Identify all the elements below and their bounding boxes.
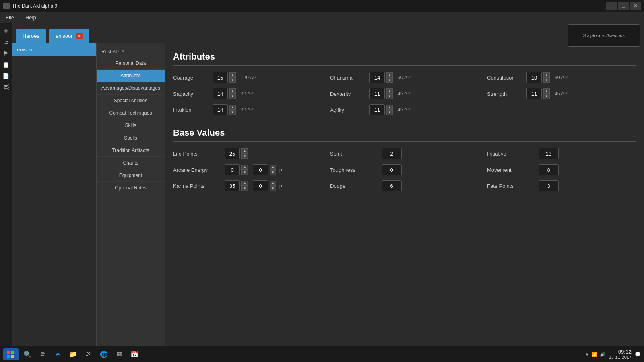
- spin-up-courage[interactable]: ▲: [229, 72, 236, 78]
- nav-chants[interactable]: Chants: [97, 157, 165, 169]
- hero-item-enisoor[interactable]: enisoor: [12, 43, 96, 56]
- spin-up-dexterity[interactable]: ▲: [386, 88, 393, 94]
- spin-down-charisma[interactable]: ▼: [386, 78, 393, 83]
- attr-row-agility: Agility ▲ ▼ 45 AP: [330, 104, 479, 115]
- spin-down-karma-points[interactable]: ▼: [242, 186, 248, 191]
- restore-button[interactable]: □: [618, 2, 629, 10]
- mail-btn[interactable]: ✉: [113, 348, 126, 360]
- notification-icon[interactable]: 💬: [635, 352, 641, 357]
- search-taskbar-btn[interactable]: 🔍: [21, 348, 34, 360]
- nav-optional-rules[interactable]: Optional Rules: [97, 182, 165, 194]
- attr-row-courage: Courage ▲ ▼ 120 AP: [173, 72, 322, 83]
- start-button[interactable]: [3, 348, 19, 360]
- attr-label-dexterity: Dexterity: [330, 91, 366, 97]
- spinner-input-arcane-energy-2[interactable]: [253, 164, 268, 175]
- sidebar-icon-4[interactable]: 📋: [2, 60, 10, 69]
- spin-down-sagacity[interactable]: ▼: [229, 94, 236, 99]
- svg-rect-0: [7, 351, 10, 354]
- spin-up-strength[interactable]: ▲: [543, 88, 550, 94]
- logo-text: Scriptorium Aventuris: [583, 33, 625, 38]
- spinner-input-strength[interactable]: [526, 88, 542, 99]
- volume-icon[interactable]: 🔊: [600, 352, 606, 357]
- spin-up-charisma[interactable]: ▲: [386, 72, 393, 78]
- spin-down-constitution[interactable]: ▼: [543, 78, 550, 83]
- spin-up-life-points[interactable]: ▲: [242, 148, 248, 154]
- nav-tradition-artifacts[interactable]: Tradition Artifacts: [97, 144, 165, 157]
- sidebar-icon-6[interactable]: 🖼: [2, 83, 10, 92]
- task-view-btn[interactable]: ⧉: [36, 348, 49, 360]
- sidebar-icon-3[interactable]: ⚑: [2, 49, 10, 58]
- spin-down-life-points[interactable]: ▼: [242, 154, 248, 159]
- spin-up-agility[interactable]: ▲: [386, 105, 393, 110]
- attr-label-intuition: Intuition: [173, 107, 209, 113]
- menu-help[interactable]: Help: [23, 14, 39, 21]
- nav-spells[interactable]: Spells: [97, 132, 165, 144]
- attributes-grid: Courage ▲ ▼ 120 AP Charisma: [173, 72, 636, 115]
- spinner-input-agility[interactable]: [369, 104, 385, 115]
- attr-label-sagacity: Sagacity: [173, 91, 209, 97]
- spin-down-intuition[interactable]: ▼: [229, 110, 236, 115]
- heroes-tab[interactable]: Heroes: [16, 29, 46, 43]
- attr-ap-constitution: 30 AP: [555, 75, 568, 80]
- spinner-input-karma-points-2[interactable]: [253, 180, 268, 191]
- spinner-input-constitution[interactable]: [526, 72, 542, 83]
- sidebar-icon-5[interactable]: 📄: [2, 72, 10, 80]
- chevron-up-icon[interactable]: ∧: [585, 352, 589, 357]
- nav-attributes[interactable]: Attributes: [97, 70, 165, 82]
- spin-down-arcane-energy[interactable]: ▼: [242, 170, 248, 175]
- chrome-btn[interactable]: 🌐: [97, 348, 110, 360]
- spin-up-arcane-energy-2[interactable]: ▲: [270, 165, 276, 170]
- store-btn[interactable]: 🛍: [82, 348, 95, 360]
- menu-bar: File Help: [0, 12, 644, 23]
- heroes-tab-label: Heroes: [23, 33, 39, 39]
- base-value-spirit: 2: [382, 148, 402, 159]
- spin-up-sagacity[interactable]: ▲: [229, 88, 236, 94]
- spinner-input-dexterity[interactable]: [369, 88, 385, 99]
- spinner-input-courage[interactable]: [213, 72, 228, 83]
- spin-down-dexterity[interactable]: ▼: [386, 94, 393, 99]
- explorer-btn[interactable]: 📁: [67, 348, 80, 360]
- sidebar-icon-2[interactable]: 🗂: [2, 38, 10, 47]
- character-tab[interactable]: enisoor ✕: [49, 29, 89, 43]
- spin-down-courage[interactable]: ▼: [229, 78, 236, 83]
- spinner-input-arcane-energy[interactable]: [225, 164, 240, 175]
- spin-down-karma-points-2[interactable]: ▼: [270, 186, 276, 191]
- taskbar-time: 09:12: [609, 349, 632, 355]
- nav-combat-techniques[interactable]: Combat Techniques: [97, 107, 165, 119]
- menu-file[interactable]: File: [3, 14, 17, 21]
- nav-skills[interactable]: Skills: [97, 119, 165, 132]
- taskbar-right: ∧ 📶 🔊 09:12 13-11-2017 💬: [585, 349, 641, 360]
- spinner-intuition: ▲ ▼: [213, 104, 236, 115]
- nav-special-abilities[interactable]: Special Abilities: [97, 95, 165, 107]
- title-bar-left: The Dark Aid alpha 9: [3, 3, 57, 9]
- spin-down-arcane-energy-2[interactable]: ▼: [270, 170, 276, 175]
- spin-up-intuition[interactable]: ▲: [229, 105, 236, 110]
- svg-rect-1: [11, 351, 14, 354]
- base-label-initiative: Initiative: [487, 151, 535, 157]
- nav-panel: Rest AP: 6 Personal Data Attributes Adva…: [97, 43, 165, 346]
- nav-equipment[interactable]: Equipment: [97, 169, 165, 182]
- spinner-input-karma-points[interactable]: [225, 180, 240, 191]
- spin-up-constitution[interactable]: ▲: [543, 72, 550, 78]
- minimize-button[interactable]: —: [606, 2, 617, 10]
- calendar-btn[interactable]: 📅: [128, 348, 141, 360]
- nav-advantages[interactable]: Advantages/Disadvantages: [97, 82, 165, 95]
- edge-btn[interactable]: e: [52, 348, 64, 360]
- spinner-input-intuition[interactable]: [213, 104, 228, 115]
- spin-up-arcane-energy[interactable]: ▲: [242, 165, 248, 170]
- spinner-btns-charisma: ▲ ▼: [386, 72, 393, 83]
- spin-down-agility[interactable]: ▼: [386, 110, 393, 115]
- spin-up-karma-points-2[interactable]: ▲: [270, 181, 276, 186]
- spin-up-karma-points[interactable]: ▲: [242, 181, 248, 186]
- nav-personal-data[interactable]: Personal Data: [97, 57, 165, 70]
- spinner-input-sagacity[interactable]: [213, 88, 228, 99]
- tab-close-btn[interactable]: ✕: [76, 33, 83, 39]
- spinner-btns-strength: ▲ ▼: [543, 88, 550, 99]
- spinner-life-points: ▲ ▼: [225, 148, 248, 159]
- sidebar-icon-1[interactable]: ✚: [2, 27, 10, 35]
- spin-down-strength[interactable]: ▼: [543, 94, 550, 99]
- taskbar-left: 🔍 ⧉ e 📁 🛍 🌐 ✉ 📅: [3, 348, 141, 360]
- spinner-input-charisma[interactable]: [369, 72, 385, 83]
- spinner-input-life-points[interactable]: [225, 148, 240, 159]
- close-button[interactable]: ✕: [630, 2, 641, 10]
